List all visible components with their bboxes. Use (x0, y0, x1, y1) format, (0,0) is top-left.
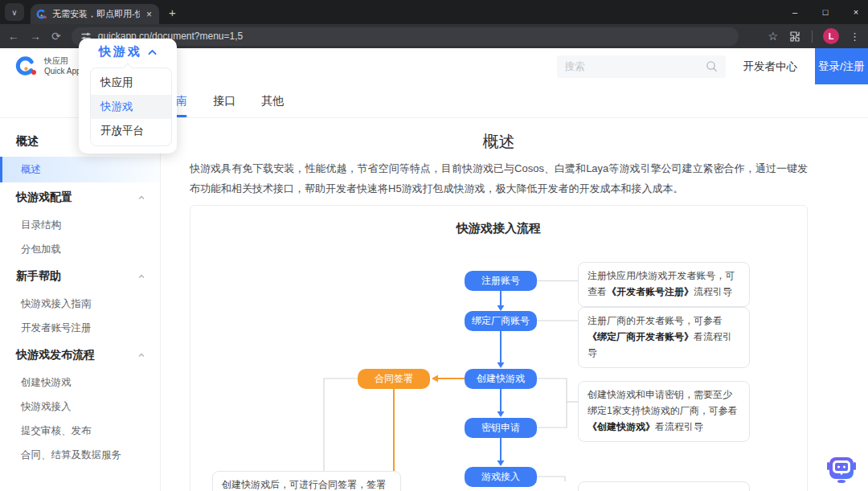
chevron-up-icon (137, 272, 145, 280)
flow-node-create-game[interactable]: 创建快游戏 (465, 369, 537, 389)
flow-node-game-access[interactable]: 游戏接入 (465, 467, 537, 487)
chatbot-icon[interactable] (825, 456, 858, 485)
chevron-up-icon (137, 351, 145, 359)
sidebar-item-overview[interactable]: 概述 (0, 157, 160, 182)
minimize-button[interactable]: – (789, 7, 800, 17)
browser-window: ∨ 无需安装，即点即用-快应用联 × + – □ × ← → ⟳ (0, 0, 868, 491)
browser-tab[interactable]: 无需安装，即点即用-快应用联 × (31, 4, 159, 24)
search-input[interactable] (565, 61, 706, 72)
category-dropdown: 快游戏 快应用 快游戏 开放平台 (79, 39, 177, 153)
tab-search-button[interactable]: ∨ (5, 3, 24, 21)
forward-button[interactable]: → (30, 30, 41, 43)
toolbar-divider (812, 31, 813, 43)
flow-note-access (578, 481, 750, 491)
sidebar-item-account-register[interactable]: 开发者账号注册 (0, 316, 160, 340)
search-icon[interactable] (706, 60, 718, 72)
category-dropdown-menu: 快应用 快游戏 开放平台 (90, 68, 172, 146)
quickapp-logo[interactable]: 快应用 Quick App (0, 55, 81, 79)
sidebar-section-newbie[interactable]: 新手帮助 (0, 261, 160, 292)
maximize-button[interactable]: □ (820, 7, 831, 17)
sidebar-item-contract-settle[interactable]: 合同、结算及数据服务 (0, 443, 160, 467)
developer-center-link[interactable]: 开发者中心 (743, 59, 798, 74)
quickapp-logo-text: 快应用 Quick App (44, 56, 81, 76)
dropdown-item-quickgame[interactable]: 快游戏 (91, 95, 171, 119)
bookmark-star-icon[interactable]: ☆ (768, 30, 778, 43)
flow-node-secret-apply[interactable]: 密钥申请 (465, 418, 537, 438)
dropdown-item-open-platform[interactable]: 开放平台 (91, 119, 171, 143)
login-register-button[interactable]: 登录/注册 (815, 48, 868, 84)
favicon-quickapp-icon (36, 9, 47, 20)
flowchart-title: 快游戏接入流程 (190, 206, 807, 236)
browser-menu-icon[interactable]: ⋮ (850, 31, 860, 43)
sidebar-item-game-access[interactable]: 快游戏接入 (0, 395, 160, 419)
flow-note-register: 注册快应用/快游戏开发者账号，可查看《开发者账号注册》流程引导 (578, 262, 750, 307)
close-button[interactable]: × (850, 7, 862, 17)
tab-other[interactable]: 其他 (261, 84, 284, 117)
page-title: 概述 (190, 131, 808, 153)
profile-avatar[interactable]: L (823, 28, 839, 44)
sidebar-item-directory[interactable]: 目录结构 (0, 213, 160, 237)
sidebar-item-submit-review[interactable]: 提交审核、发布 (0, 419, 160, 443)
chevron-up-icon (137, 194, 145, 202)
back-button[interactable]: ← (8, 30, 19, 43)
extensions-puzzle-icon[interactable] (788, 30, 801, 43)
tab-close-icon[interactable]: × (145, 9, 154, 20)
sidebar-section-config[interactable]: 快游戏配置 (0, 182, 160, 213)
new-tab-button[interactable]: + (169, 6, 176, 19)
category-dropdown-trigger[interactable]: 快游戏 (79, 39, 177, 65)
intro-paragraph: 快游戏具有免下载安装，性能优越，节省空间等特点，目前快游戏已与Cosos、白鹭和… (190, 159, 808, 198)
flow-node-bind-vendor[interactable]: 绑定厂商账号 (465, 311, 537, 331)
flow-note-bind: 注册厂商的开发者账号，可参看《绑定厂商开发者账号》看流程引导 (578, 307, 750, 367)
quickapp-logo-icon (14, 55, 39, 79)
search-box[interactable] (557, 55, 726, 78)
chevron-down-icon: ∨ (11, 8, 17, 17)
main-content: 概述 快游戏具有免下载安装，性能优越，节省空间等特点，目前快游戏已与Cosos、… (161, 118, 868, 491)
sidebar-item-create-game[interactable]: 创建快游戏 (0, 370, 160, 395)
sidebar-section-publish-flow[interactable]: 快游戏发布流程 (0, 340, 160, 370)
sidebar-item-subpackage[interactable]: 分包加载 (0, 237, 160, 261)
reload-button[interactable]: ⟳ (51, 30, 61, 43)
flow-node-contract-sign[interactable]: 合同签署 (358, 369, 430, 389)
tab-title: 无需安装，即点即用-快应用联 (52, 8, 140, 20)
browser-titlebar: ∨ 无需安装，即点即用-快应用联 × + – □ × (0, 0, 868, 24)
tab-api[interactable]: 接口 (213, 84, 235, 117)
flow-note-contract: 创建快游戏后，可进行合同签署，签署后才能进行收益结算 (212, 471, 401, 491)
flow-note-create: 创建快游戏和申请密钥，需要至少绑定1家支持快游戏的厂商，可参看《创建快游戏》看流… (578, 381, 750, 441)
dropdown-item-quickapp[interactable]: 快应用 (91, 71, 171, 95)
sidebar: 概述 概述 快游戏配置 目录结构 分包加载 新手帮助 快游戏接入指南 开发者账号… (0, 118, 161, 491)
chevron-up-icon (148, 49, 157, 55)
flow-node-register[interactable]: 注册账号 (465, 271, 537, 291)
sidebar-item-access-guide[interactable]: 快游戏接入指南 (0, 292, 160, 316)
flowchart: 快游戏接入流程 (190, 205, 808, 491)
